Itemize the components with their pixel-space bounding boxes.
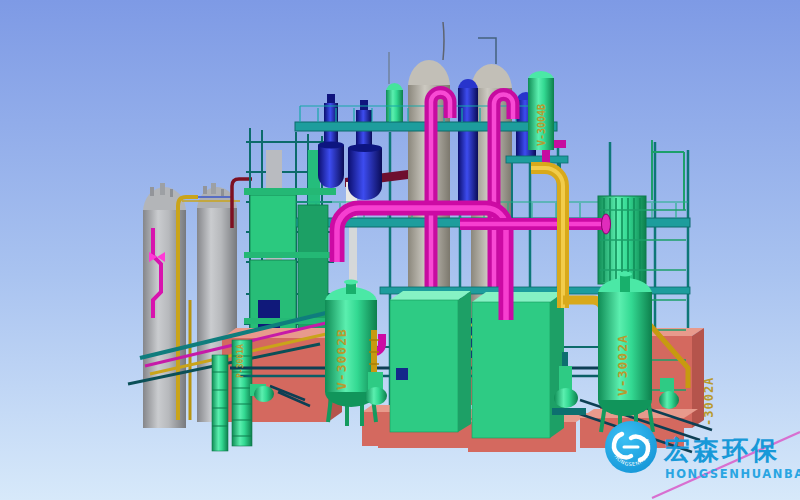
label-p3001: P-3001A (236, 344, 245, 378)
green-cylinder-top-right: V-3004B (528, 71, 554, 150)
label-leader-3002a: -3002A (702, 377, 716, 426)
vessel-v3002a: V-3002A (598, 272, 653, 435)
label-v3004: V-3004B (536, 104, 547, 146)
plant-3d-render: V-3002B P-3001A V-3002A -3002A V-3004B (0, 0, 800, 500)
blue-mid-column (458, 79, 478, 206)
junction-box (396, 368, 408, 380)
label-v3002b: V-3002B (334, 328, 349, 390)
label-v3002a: V-3002A (615, 334, 630, 396)
plant-scene-canvas: V-3002B P-3001A V-3002A -3002A V-3004B (0, 0, 800, 500)
green-box-tank-1 (390, 291, 471, 432)
pipe-flange (602, 214, 611, 234)
logo-text-cn: 宏森环保 (663, 435, 780, 465)
green-box-tank-2 (472, 292, 564, 438)
logo-text-en: HONGSENHUANBAO (665, 467, 800, 481)
